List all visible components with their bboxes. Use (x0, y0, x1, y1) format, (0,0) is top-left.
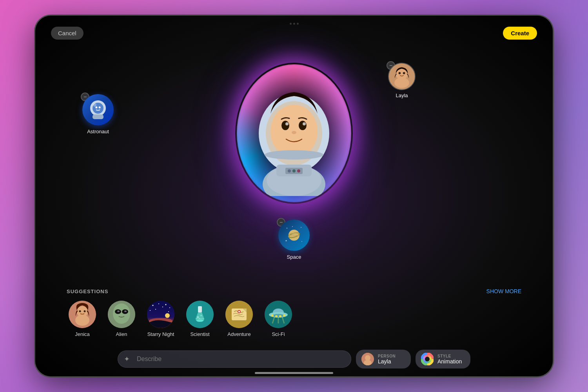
layla-face-svg (389, 63, 415, 90)
adventure-svg (225, 301, 253, 328)
svg-point-72 (275, 315, 278, 318)
space-icon-circle (278, 220, 310, 251)
svg-point-10 (93, 103, 96, 107)
svg-point-32 (301, 241, 302, 242)
svg-point-45 (117, 310, 120, 312)
camera-dots (290, 23, 299, 25)
starry-night-label: Starry Night (147, 331, 174, 337)
layla-active-item[interactable]: − Layl (388, 63, 416, 98)
svg-point-19 (285, 122, 289, 125)
scientist-svg (186, 301, 214, 328)
svg-point-8 (99, 107, 101, 109)
svg-point-4 (403, 72, 405, 74)
svg-point-27 (297, 169, 300, 172)
create-button[interactable]: Create (503, 27, 537, 40)
person-pill-text: PERSON Layla (378, 354, 396, 365)
svg-point-20 (303, 122, 306, 125)
suggestion-starry-night[interactable]: Starry Night (145, 301, 176, 337)
glow-ring (235, 63, 353, 204)
jenica-svg (69, 301, 96, 328)
layla-label: Layla (396, 93, 408, 98)
camera-dot-3 (297, 23, 299, 25)
layla-photo (388, 63, 416, 90)
svg-point-7 (96, 107, 98, 109)
starry-night-svg (147, 301, 174, 328)
style-pill[interactable]: STYLE Animation (416, 350, 470, 368)
person-pill[interactable]: PERSON Layla (356, 350, 411, 368)
input-bar: ✦ PERSON Layla (118, 350, 470, 368)
character-svg (243, 71, 345, 196)
alien-circle (108, 301, 135, 328)
show-more-button[interactable]: SHOW MORE (486, 288, 521, 294)
svg-point-31 (286, 240, 287, 241)
suggestions-header: SUGGESTIONS SHOW MORE (67, 288, 521, 294)
jenica-label: Jenica (75, 331, 90, 337)
style-pill-text: STYLE Animation (437, 354, 462, 365)
sci-fi-svg (265, 301, 292, 328)
astronaut-label: Astronaut (87, 129, 109, 134)
svg-rect-9 (93, 114, 103, 119)
astronaut-icon-circle (82, 94, 114, 125)
svg-point-79 (425, 357, 430, 361)
svg-point-76 (365, 355, 370, 361)
svg-point-42 (113, 303, 130, 324)
space-planet-svg (283, 224, 305, 246)
svg-point-71 (271, 314, 274, 317)
alien-label: Alien (116, 331, 127, 337)
svg-point-3 (399, 72, 401, 74)
svg-point-48 (152, 305, 154, 306)
astronaut-active-item[interactable]: − As (82, 94, 114, 134)
svg-point-21 (292, 131, 296, 134)
describe-input-wrapper: ✦ (118, 350, 351, 368)
space-active-item[interactable]: − (278, 220, 310, 260)
suggestion-alien[interactable]: Alien (106, 301, 137, 337)
style-category-label: STYLE (437, 354, 462, 358)
svg-point-25 (288, 169, 291, 172)
svg-point-2 (394, 78, 409, 88)
style-value-label: Animation (437, 358, 462, 365)
svg-point-53 (155, 309, 156, 310)
person-pill-photo (361, 353, 374, 365)
sci-fi-label: Sci-Fi (272, 331, 285, 337)
suggestion-jenica[interactable]: Jenica (67, 301, 98, 337)
adventure-circle (225, 301, 253, 328)
svg-point-70 (272, 314, 285, 317)
scientist-circle (186, 301, 214, 328)
svg-point-51 (169, 307, 170, 308)
svg-point-60 (197, 316, 199, 318)
svg-point-56 (165, 313, 170, 318)
space-label: Space (287, 254, 301, 260)
character-preview (216, 47, 372, 220)
describe-input[interactable] (118, 350, 351, 368)
svg-point-74 (283, 314, 285, 317)
svg-point-18 (299, 121, 307, 130)
person-category-label: PERSON (378, 354, 396, 358)
svg-point-62 (199, 318, 200, 319)
suggestion-adventure[interactable]: Adventure (223, 301, 255, 337)
person-value-label: Layla (378, 358, 396, 365)
astronaut-mini-svg (87, 99, 109, 121)
svg-point-55 (162, 307, 163, 307)
svg-point-54 (168, 311, 169, 312)
top-bar (35, 23, 553, 25)
svg-point-49 (158, 303, 159, 304)
scientist-label: Scientist (190, 331, 209, 337)
alien-svg (108, 301, 135, 328)
suggestions-area: SUGGESTIONS SHOW MORE (35, 288, 553, 337)
suggestions-label: SUGGESTIONS (67, 289, 108, 294)
svg-point-17 (281, 121, 289, 130)
jenica-circle (69, 301, 96, 328)
svg-point-46 (124, 310, 127, 312)
device-frame: Cancel Create − (35, 16, 553, 376)
svg-point-39 (79, 310, 81, 312)
svg-point-66 (238, 311, 240, 312)
cancel-button[interactable]: Cancel (51, 27, 83, 40)
svg-point-38 (75, 315, 89, 326)
suggestion-scientist[interactable]: Scientist (184, 301, 216, 337)
starry-night-circle (147, 301, 174, 328)
camera-dot-1 (290, 23, 292, 25)
style-color-wheel-icon (421, 353, 434, 365)
suggestion-sci-fi[interactable]: Sci-Fi (263, 301, 294, 337)
svg-rect-59 (198, 306, 202, 312)
sci-fi-circle (265, 301, 292, 328)
